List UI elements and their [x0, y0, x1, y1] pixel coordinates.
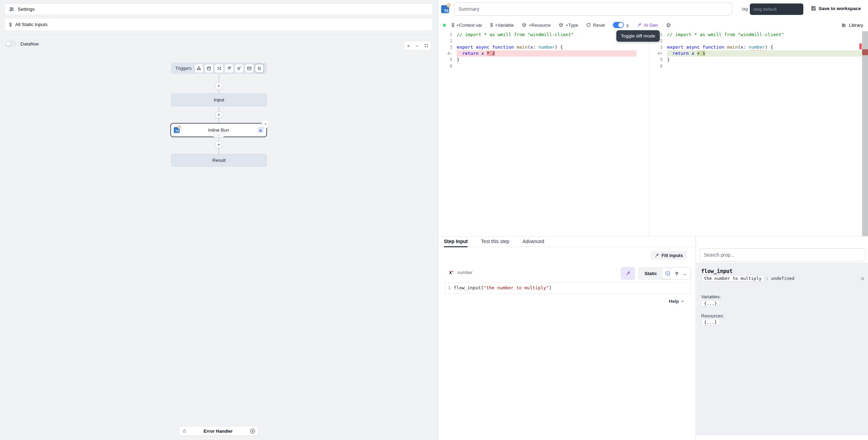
webhook-trigger-button[interactable]: [195, 64, 203, 73]
chevron-down-icon: [217, 133, 220, 136]
websocket-trigger-button[interactable]: [225, 64, 233, 73]
code-line[interactable]: 5}: [443, 57, 636, 63]
code-line[interactable]: 1// import * as wmill from "windmill-cli…: [654, 32, 862, 38]
summary-input[interactable]: [454, 2, 732, 16]
insert-step-button[interactable]: [216, 83, 222, 89]
dollar-icon: $: [452, 22, 454, 28]
code-line[interactable]: 6: [654, 63, 862, 69]
settings-label: Settings: [18, 7, 35, 12]
search-prop-input[interactable]: [699, 248, 866, 261]
add-type-button[interactable]: +Type: [559, 23, 578, 28]
diff-mode-toggle[interactable]: [613, 22, 624, 28]
add-type-label: +Type: [566, 23, 578, 28]
bolt-square-icon: [665, 271, 670, 276]
sliders-icon: [257, 66, 262, 71]
library-button[interactable]: Library: [841, 23, 863, 28]
add-variable-button[interactable]: $+Variable: [490, 22, 514, 28]
flow-input-heading[interactable]: flow_input: [701, 268, 732, 274]
diff-modified-pane[interactable]: 1// import * as wmill from "windmill-cli…: [654, 31, 862, 69]
tab-step-input[interactable]: Step Input: [444, 236, 468, 247]
add-context-var-button[interactable]: $+Context var: [452, 22, 482, 28]
library-label: Library: [849, 23, 863, 28]
resources-pill[interactable]: {...}: [701, 319, 720, 325]
all-static-inputs-button[interactable]: $ All Static Inputs: [4, 18, 433, 31]
diff-toggle-tooltip: Toggle diff mode: [616, 30, 660, 42]
websocket-icon: [227, 66, 232, 71]
code-line[interactable]: 5}: [654, 57, 862, 63]
save-to-workspace-button[interactable]: Save to workspace: [811, 6, 861, 11]
webhook-icon: [196, 66, 201, 71]
ai-gen-button[interactable]: AI Gen: [637, 23, 658, 28]
insert-step-button[interactable]: [216, 111, 222, 118]
plus-icon: [217, 84, 221, 88]
connect-input-button[interactable]: →: [670, 267, 691, 280]
result-node-label: Result: [212, 158, 226, 163]
collapse-step-button[interactable]: [212, 132, 225, 137]
diff-original-pane[interactable]: 1// import * as wmill from "windmill-cli…: [443, 31, 636, 69]
ai-fill-button[interactable]: [620, 267, 635, 280]
dataflow-toggle[interactable]: [6, 41, 16, 47]
database-trigger-button[interactable]: [235, 64, 243, 73]
plus-minus-icon[interactable]: ±: [626, 22, 629, 28]
help-button[interactable]: Help: [669, 299, 684, 304]
code-line[interactable]: 3export async function main(x: number) {: [654, 44, 862, 50]
bun-emoji-icon: [446, 3, 451, 8]
tab-test-this-step[interactable]: Test this step: [481, 236, 509, 247]
add-error-handler-button[interactable]: [249, 428, 255, 434]
schedule-icon: [206, 66, 211, 71]
arrow-right-icon: →: [682, 271, 687, 276]
code-line[interactable]: 2: [654, 38, 862, 44]
email-trigger-button[interactable]: [245, 64, 253, 73]
plus-icon: [217, 113, 221, 117]
code-line[interactable]: 3export async function main(x: number) {: [443, 44, 636, 50]
reset-button[interactable]: Reset: [586, 23, 605, 28]
zoom-out-button[interactable]: −: [416, 43, 419, 48]
diff-sash[interactable]: [649, 31, 649, 236]
insert-step-button[interactable]: [216, 141, 222, 148]
fill-inputs-button[interactable]: Fill inputs: [651, 251, 687, 260]
static-label: Static: [639, 271, 662, 276]
remove-step-button[interactable]: ×: [261, 120, 270, 128]
step-editor-panel: TS tag Save to workspace $+Context var $…: [438, 0, 868, 440]
error-handler-label: Error Handler: [187, 429, 249, 434]
line-number: 5: [654, 57, 667, 63]
schedule-trigger-button[interactable]: [205, 64, 213, 73]
code-line[interactable]: 4− return x * 2: [443, 50, 636, 57]
code-line[interactable]: 2: [443, 38, 636, 44]
step-id-badge[interactable]: a: [258, 127, 263, 133]
input-node[interactable]: Input: [171, 93, 267, 106]
sliders-trigger-button[interactable]: [255, 64, 263, 73]
close-icon: ×: [265, 122, 267, 126]
error-handler-node[interactable]: Error Handler: [179, 426, 258, 436]
search-icon[interactable]: [860, 276, 865, 281]
code-line[interactable]: 4+ return x + 1: [654, 50, 862, 57]
field-name: x: [449, 269, 452, 275]
step-node-label: Inline Bun: [180, 127, 258, 133]
code-line[interactable]: 1// import * as wmill from "windmill-cli…: [443, 32, 636, 38]
plus-icon: [217, 143, 221, 147]
step-node-inline-bun[interactable]: TS Inline Bun a ×: [170, 123, 267, 137]
settings-button[interactable]: Settings: [4, 3, 433, 15]
code-line[interactable]: 1flow_input["the number to multiply"]: [445, 285, 690, 291]
static-mode-segment[interactable]: Static: [638, 267, 674, 280]
input-field-label: x* number: [449, 269, 472, 275]
prop-pill[interactable]: the number to multiply: [701, 275, 764, 282]
variables-pill[interactable]: {...}: [701, 300, 720, 307]
resources-label: Resources:: [701, 313, 724, 318]
result-node[interactable]: Result: [171, 154, 267, 167]
gear-icon[interactable]: ⚙: [666, 22, 671, 28]
line-number: 6: [443, 63, 457, 69]
step-detail-section: Step Input Test this step Advanced Fill …: [438, 236, 868, 440]
zoom-in-button[interactable]: +: [407, 43, 409, 48]
route-trigger-button[interactable]: [215, 64, 223, 73]
input-expression-editor[interactable]: 1flow_input["the number to multiply"]: [445, 282, 691, 294]
tab-advanced[interactable]: Advanced: [522, 236, 544, 247]
add-resource-button[interactable]: +Resource: [522, 23, 551, 28]
tag-input[interactable]: [750, 3, 803, 15]
fit-view-button[interactable]: [424, 44, 428, 48]
reset-label: Reset: [593, 23, 605, 28]
overview-ruler[interactable]: [862, 31, 868, 236]
typescript-bun-icon: TS: [174, 127, 180, 133]
code-line[interactable]: 6: [443, 63, 636, 69]
all-static-inputs-label: All Static Inputs: [15, 22, 48, 27]
